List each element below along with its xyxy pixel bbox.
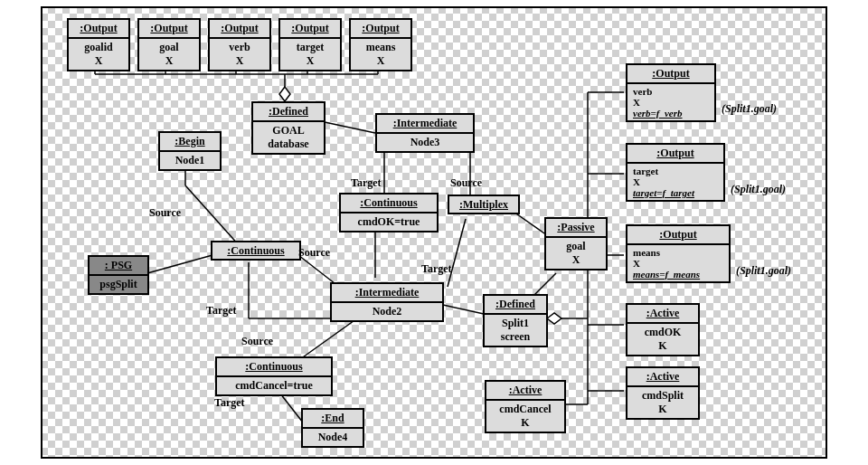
defined-goal: :Defined GOALdatabase xyxy=(251,101,326,155)
annotation: (Split1.goal) xyxy=(736,264,791,278)
continuous-cmdok: :Continuous cmdOK=true xyxy=(339,193,439,232)
defined-split1: :Defined Split1screen xyxy=(483,294,548,347)
label-source: Source xyxy=(241,335,273,348)
label-target: Target xyxy=(351,176,382,190)
label-source: Source xyxy=(149,206,181,220)
output-goalid: :Output goalidX xyxy=(67,18,130,71)
label-source: Source xyxy=(298,246,330,260)
attr: goalid xyxy=(72,41,125,54)
begin-node1: :Begin Node1 xyxy=(158,131,222,171)
continuous: :Continuous xyxy=(211,241,301,261)
val: X xyxy=(72,54,125,68)
end-node4: :End Node4 xyxy=(301,408,364,448)
output-verb-right: :Output verbXverb=f_verb xyxy=(626,63,716,122)
stereotype: :Output xyxy=(69,20,128,39)
output-target-top: :Output targetX xyxy=(278,18,342,71)
output-verb-top: :Output verbX xyxy=(208,18,271,71)
label-target: Target xyxy=(206,304,237,318)
label-target: Target xyxy=(214,396,245,410)
psg: : PSG psgSplit xyxy=(88,255,149,295)
output-goal: :Output goalX xyxy=(137,18,201,71)
output-means-right: :Output meansXmeans=f_means xyxy=(626,224,731,283)
label-target: Target xyxy=(421,262,452,276)
continuous-cancel: :Continuous cmdCancel=true xyxy=(215,356,333,396)
active-cmdsplit: :Active cmdSplitK xyxy=(626,366,700,420)
multiplex: :Multiplex xyxy=(448,195,520,214)
output-target-right: :Output targetXtarget=f_target xyxy=(626,143,725,202)
intermediate-node2: :Intermediate Node2 xyxy=(330,282,444,322)
annotation: (Split1.goal) xyxy=(731,183,786,196)
output-means-top: :Output meansX xyxy=(349,18,412,71)
label-source: Source xyxy=(450,176,482,190)
active-cmdok: :Active cmdOKK xyxy=(626,303,700,356)
annotation: (Split1.goal) xyxy=(722,102,777,116)
intermediate-node3: :Intermediate Node3 xyxy=(375,113,475,153)
passive-goal: :Passive goalX xyxy=(544,217,608,270)
active-cmdcancel: :Active cmdCancelK xyxy=(485,380,566,433)
